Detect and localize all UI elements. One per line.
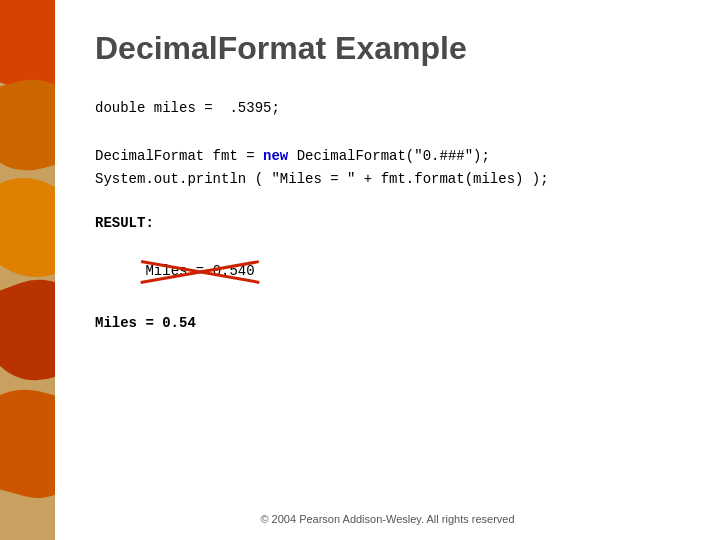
code-line-2: DecimalFormat fmt = new DecimalFormat("0… — [95, 145, 680, 169]
keyword-new: new — [263, 148, 288, 164]
code-block: double miles = .5395; DecimalFormat fmt … — [95, 97, 680, 192]
result-wrong-line: Miles = 0.540 — [95, 236, 680, 307]
footer-text: © 2004 Pearson Addison-Wesley. All right… — [260, 513, 514, 525]
page-title: DecimalFormat Example — [95, 30, 680, 67]
footer: © 2004 Pearson Addison-Wesley. All right… — [55, 513, 720, 525]
result-label: RESULT: — [95, 212, 680, 236]
code-line-2-suffix: DecimalFormat("0.###"); — [288, 148, 490, 164]
main-content: DecimalFormat Example double miles = .53… — [55, 0, 720, 540]
result-correct-value: Miles = 0.54 — [95, 312, 680, 336]
code-line-1: double miles = .5395; — [95, 97, 680, 121]
code-line-2-prefix: DecimalFormat fmt = — [95, 148, 263, 164]
result-section: RESULT: Miles = 0.540 Miles = 0.54 — [95, 212, 680, 336]
result-wrong-value: Miles = 0.540 — [145, 260, 254, 284]
code-line-3: System.out.println ( "Miles = " + fmt.fo… — [95, 168, 680, 192]
